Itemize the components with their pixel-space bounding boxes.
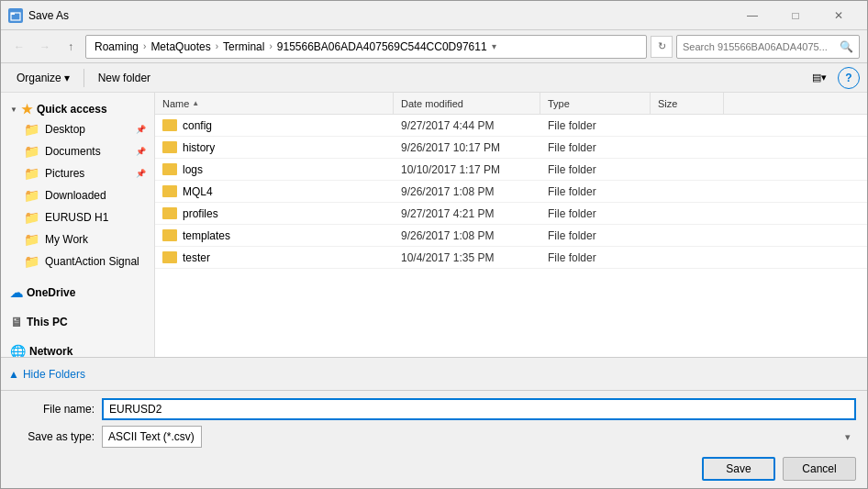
up-button[interactable]: ↑ <box>60 36 82 58</box>
cancel-label: Cancel <box>802 462 836 475</box>
file-name-2: logs <box>155 163 394 176</box>
sidebar-section-quick-access[interactable]: ▼ ★ Quick access <box>1 96 154 118</box>
address-bar: ← → ↑ Roaming › MetaQuotes › Terminal › … <box>1 30 867 63</box>
filetype-row: Save as type: ASCII Text (*.csv) CSV (*.… <box>12 426 856 448</box>
file-type-0: File folder <box>540 119 651 132</box>
sidebar-item-quantaction[interactable]: 📁 QuantAction Signal <box>1 250 154 272</box>
close-button[interactable]: ✕ <box>818 1 860 30</box>
mywork-folder-icon: 📁 <box>24 232 39 247</box>
table-row[interactable]: config 9/27/2017 4:44 PM File folder <box>155 115 867 137</box>
filename-input[interactable] <box>102 398 856 420</box>
path-segment-folder[interactable]: 915566BA06ADA407569C544CC0D97611 <box>274 39 490 54</box>
path-segment-terminal[interactable]: Terminal <box>220 39 267 54</box>
quantaction-label: QuantAction Signal <box>45 255 139 268</box>
file-list: Name ▲ Date modified Type Size <box>155 93 867 357</box>
col-header-date[interactable]: Date modified <box>394 93 540 114</box>
file-list-header: Name ▲ Date modified Type Size <box>155 93 867 115</box>
filename-label: File name: <box>12 403 95 416</box>
file-date-6: 10/4/2017 1:35 PM <box>394 251 540 264</box>
folder-icon-5 <box>162 229 177 241</box>
cancel-button[interactable]: Cancel <box>783 457 856 481</box>
mywork-label: My Work <box>45 233 88 246</box>
views-button[interactable]: ▤ ▾ <box>805 67 834 89</box>
sidebar-item-thispc[interactable]: 🖥 This PC <box>1 309 154 331</box>
sidebar-divider-3 <box>1 331 154 339</box>
sidebar-item-eurusdh1[interactable]: 📁 EURUSD H1 <box>1 206 154 228</box>
minimize-button[interactable]: — <box>731 1 773 30</box>
sidebar-item-onedrive[interactable]: ☁ OneDrive <box>1 280 154 302</box>
sidebar: ▼ ★ Quick access 📁 Desktop 📌 📁 Documents… <box>1 93 155 357</box>
help-button[interactable]: ? <box>838 67 860 89</box>
hide-folders-button[interactable]: ▲ Hide Folders <box>8 368 85 381</box>
new-folder-button[interactable]: New folder <box>90 67 159 89</box>
desktop-folder-icon: 📁 <box>24 122 39 137</box>
filetype-select[interactable]: ASCII Text (*.csv) CSV (*.csv) All Files… <box>102 426 202 448</box>
window-icon <box>8 8 23 23</box>
folder-icon-4 <box>162 207 177 219</box>
documents-label: Documents <box>45 145 101 158</box>
folder-icon-2 <box>162 163 177 175</box>
search-icon: 🔍 <box>840 40 853 53</box>
file-type-6: File folder <box>540 251 651 264</box>
sidebar-item-documents[interactable]: 📁 Documents 📌 <box>1 140 154 162</box>
table-row[interactable]: logs 10/10/2017 1:17 PM File folder <box>155 159 867 181</box>
table-row[interactable]: tester 10/4/2017 1:35 PM File folder <box>155 247 867 269</box>
filetype-label: Save as type: <box>12 430 95 443</box>
eurusd-label: EURUSD H1 <box>45 211 108 224</box>
address-path[interactable]: Roaming › MetaQuotes › Terminal › 915566… <box>85 35 647 59</box>
path-segment-roaming[interactable]: Roaming <box>92 39 141 54</box>
table-row[interactable]: templates 9/26/2017 1:08 PM File folder <box>155 225 867 247</box>
table-row[interactable]: MQL4 9/26/2017 1:08 PM File folder <box>155 181 867 203</box>
sidebar-item-desktop[interactable]: 📁 Desktop 📌 <box>1 118 154 140</box>
sidebar-item-mywork[interactable]: 📁 My Work <box>1 228 154 250</box>
organize-label: Organize <box>17 72 61 84</box>
downloaded-label: Downloaded <box>45 189 106 202</box>
desktop-label: Desktop <box>45 123 85 136</box>
refresh-button[interactable]: ↻ <box>651 36 673 58</box>
views-icon: ▤ <box>812 72 821 83</box>
organize-chevron: ▾ <box>64 72 70 84</box>
search-box[interactable]: 🔍 <box>676 35 860 59</box>
col-date-label: Date modified <box>401 98 463 109</box>
back-button[interactable]: ← <box>8 36 30 58</box>
sort-arrow: ▲ <box>192 99 199 107</box>
sidebar-divider-1 <box>1 272 154 280</box>
col-header-type[interactable]: Type <box>540 93 651 114</box>
quick-access-label: Quick access <box>37 103 107 116</box>
onedrive-icon: ☁ <box>10 285 23 300</box>
maximize-button[interactable]: □ <box>774 1 817 30</box>
folder-icon-0 <box>162 119 177 131</box>
organize-button[interactable]: Organize ▾ <box>8 67 78 89</box>
file-type-2: File folder <box>540 163 651 176</box>
save-label: Save <box>726 462 751 475</box>
sidebar-item-network[interactable]: 🌐 Network <box>1 339 154 357</box>
title-bar: Save As — □ ✕ <box>1 1 867 30</box>
col-header-size[interactable]: Size <box>651 93 724 114</box>
sidebar-item-pictures[interactable]: 📁 Pictures 📌 <box>1 162 154 184</box>
file-type-4: File folder <box>540 207 651 220</box>
file-type-5: File folder <box>540 229 651 242</box>
path-segment-metaquotes[interactable]: MetaQuotes <box>148 39 213 54</box>
hide-folders-chevron: ▲ <box>8 368 19 381</box>
col-header-name[interactable]: Name ▲ <box>155 93 394 114</box>
table-row[interactable]: profiles 9/27/2017 4:21 PM File folder <box>155 203 867 225</box>
filename-row: File name: <box>12 398 856 420</box>
file-date-0: 9/27/2017 4:44 PM <box>394 119 540 132</box>
sidebar-divider-2 <box>1 302 154 309</box>
downloaded-folder-icon: 📁 <box>24 188 39 203</box>
file-date-1: 9/26/2017 10:17 PM <box>394 141 540 154</box>
network-icon: 🌐 <box>10 344 26 357</box>
folder-icon-6 <box>162 251 177 263</box>
documents-folder-icon: 📁 <box>24 144 39 159</box>
file-name-0: config <box>155 119 394 132</box>
sidebar-item-downloaded[interactable]: 📁 Downloaded <box>1 184 154 206</box>
save-button[interactable]: Save <box>702 457 775 481</box>
col-name-label: Name <box>162 98 189 109</box>
file-name-6: tester <box>155 251 394 264</box>
file-name-1: history <box>155 141 394 154</box>
file-date-5: 9/26/2017 1:08 PM <box>394 229 540 242</box>
search-input[interactable] <box>683 41 836 52</box>
table-row[interactable]: history 9/26/2017 10:17 PM File folder <box>155 137 867 159</box>
window-title: Save As <box>28 9 731 22</box>
forward-button[interactable]: → <box>34 36 56 58</box>
